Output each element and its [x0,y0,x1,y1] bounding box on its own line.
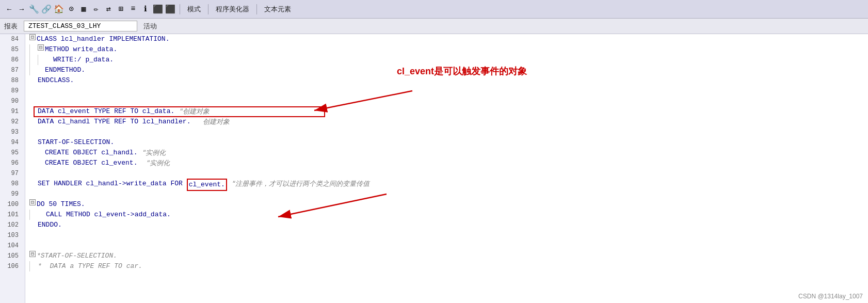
line-num-87: 87 [3,65,22,75]
collapse-85[interactable]: ⊟ [38,44,44,51]
line-num-106: 106 [3,261,22,272]
line101-code: CALL METHOD cl_event->add_data. [46,210,171,220]
line-num-93: 93 [3,127,22,137]
line-num-96: 96 [3,158,22,168]
line-num-84: 84 [3,34,22,44]
line86-text: WRITE:/ p_data. [53,55,114,65]
code-line-100: ⊟ DO 50 TIMES. [29,199,864,210]
code-line-88: ENDCLASS. [29,75,864,86]
line102-code: ENDDO. [38,220,62,230]
line-num-88: 88 [3,75,22,86]
separator1 [180,4,180,14]
code-line-87: ENDMETHOD. [29,65,864,75]
line98-pre: SET HANDLER cl_handl->write_data FOR [38,179,187,189]
code-line-105: ⊟ *START-OF-SELECTION. [29,251,864,261]
activity-tab[interactable]: 活动 [143,22,157,31]
line98-comment: "注册事件，才可以进行两个类之间的变量传值 [227,179,369,189]
line96-comment: "实例化 [137,158,169,168]
tool8-icon[interactable]: ⊞ [116,4,126,14]
tool5-icon[interactable]: ▦ [78,4,89,14]
line-num-97: 97 [3,168,22,179]
line94-code: START-OF-SELECTION. [38,137,114,148]
collapse-100[interactable]: ⊟ [29,199,36,205]
code-line-92: DATA cl_handl TYPE REF TO lcl_handler. 创… [29,117,864,127]
green-btn-icon[interactable]: ⬛ [165,4,175,14]
line95-code: CREATE OBJECT cl_handl. [45,148,137,158]
code-line-95: CREATE OBJECT cl_handl. "实例化 [29,148,864,158]
line106-code: * DATA a TYPE REF TO car. [38,261,142,272]
code-content-area[interactable]: ⊟ CLASS lcl_handler IMPLEMENTATION. ⊟ ME… [25,34,868,303]
code-editor: 84 85 86 87 88 89 90 91 92 93 94 95 96 9… [0,34,868,303]
line-num-90: 90 [3,96,22,106]
code-line-85: ⊟ METHOD write_data. [29,44,864,55]
code-line-101: CALL METHOD cl_event->add_data. [29,210,864,220]
code-line-84: ⊟ CLASS lcl_handler IMPLEMENTATION. [29,34,864,44]
line91-comment: "创建对象 [179,106,210,117]
line-num-99: 99 [3,189,22,199]
collapse-105[interactable]: ⊟ [29,251,36,257]
tool6-icon[interactable]: ✏ [91,4,101,14]
code-line-99 [29,189,864,199]
tool4-icon[interactable]: ⊙ [66,4,76,14]
line105-code: *START-OF-SELECTION. [37,251,117,261]
code-line-93 [29,127,864,137]
line-num-89: 89 [3,86,22,96]
tool1-icon[interactable]: 🔧 [29,4,39,14]
line96-code: CREATE OBJECT cl_event. [45,158,137,168]
code-line-103 [29,230,864,241]
line100-code: DO 50 TIMES. [37,199,85,210]
tool3-icon[interactable]: 🏠 [54,4,64,14]
separator3 [256,4,257,14]
toolbar: ← → 🔧 🔗 🏠 ⊙ ▦ ✏ ⇄ ⊞ ≡ ℹ ⬛ ⬛ 模式 程序美化器 文本元… [0,0,868,19]
code-line-89 [29,86,864,96]
line-num-102: 102 [3,220,22,230]
line-num-101: 101 [3,210,22,220]
code-line-91: DATA cl_event TYPE REF TO cl_data. "创建对象 [29,106,864,117]
back-icon[interactable]: ← [4,4,14,14]
line-num-103: 103 [3,230,22,241]
code-line-86: WRITE:/ p_data. [29,55,864,65]
line-num-95: 95 [3,148,22,158]
line92-code: DATA cl_handl TYPE REF TO lcl_handler. [38,117,195,127]
line88-text: ENDCLASS. [38,75,74,86]
line-num-98: 98 [3,179,22,189]
red-btn-icon[interactable]: ⬛ [153,4,163,14]
collapse-84[interactable]: ⊟ [29,34,36,40]
line85-text: METHOD write_data. [45,44,117,55]
line-num-85: 85 [3,44,22,55]
watermark: CSDN @1314lay_1007 [798,293,863,300]
code-line-104 [29,241,864,251]
tool7-icon[interactable]: ⇄ [103,4,114,14]
line-num-86: 86 [3,55,22,65]
tool9-icon[interactable]: ≡ [128,4,138,14]
code-line-106: * DATA a TYPE REF TO car. [29,261,864,272]
line-num-94: 94 [3,137,22,148]
menu-beautifier[interactable]: 程序美化器 [213,4,252,15]
line92-comment: 创建对象 [195,117,230,127]
separator2 [208,4,208,14]
line87-text: ENDMETHOD. [45,65,85,75]
line-num-91: 91 [3,106,22,117]
menu-text-element[interactable]: 文本元素 [261,4,294,15]
line91-code: DATA cl_event TYPE REF TO cl_data. [38,106,179,117]
forward-icon[interactable]: → [17,4,27,14]
code-line-94: START-OF-SELECTION. [29,137,864,148]
line84-text: CLASS lcl_handler IMPLEMENTATION. [37,34,169,44]
menu-mode[interactable]: 模式 [184,4,204,15]
line-num-105: 105 [3,251,22,261]
code-line-90 [29,96,864,106]
code-line-97 [29,168,864,179]
tool2-icon[interactable]: 🔗 [41,4,52,14]
code-line-98: SET HANDLER cl_handl->write_data FOR cl_… [29,179,864,189]
line-num-92: 92 [3,117,22,127]
code-line-96: CREATE OBJECT cl_event. "实例化 [29,158,864,168]
report-label: 报表 [4,22,18,31]
line-numbers: 84 85 86 87 88 89 90 91 92 93 94 95 96 9… [0,34,25,303]
line-num-100: 100 [3,199,22,210]
tool10-icon[interactable]: ℹ [140,4,151,14]
code-line-102: ENDDO. [29,220,864,230]
header-row: 报表 活动 [0,19,868,34]
line-num-104: 104 [3,241,22,251]
line95-comment: "实例化 [137,148,166,158]
program-name-input[interactable] [24,21,137,31]
